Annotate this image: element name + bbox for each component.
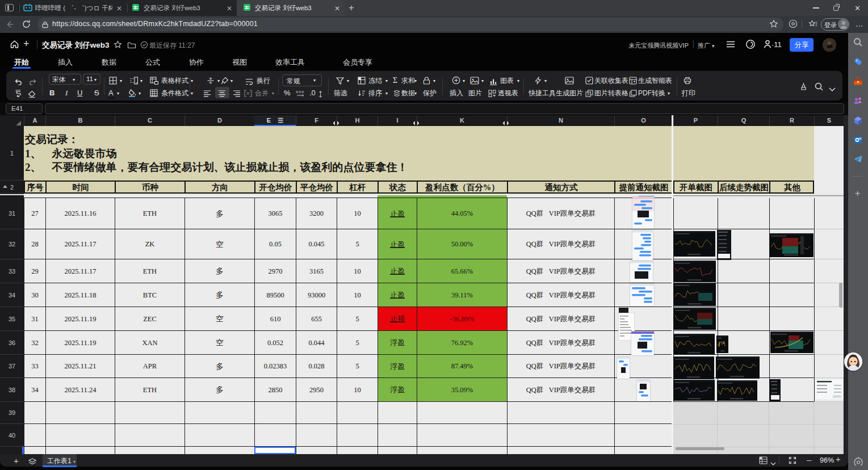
- svg-text:0 0 0: 0 0 0: [296, 90, 304, 94]
- svg-text:X: X: [587, 92, 590, 96]
